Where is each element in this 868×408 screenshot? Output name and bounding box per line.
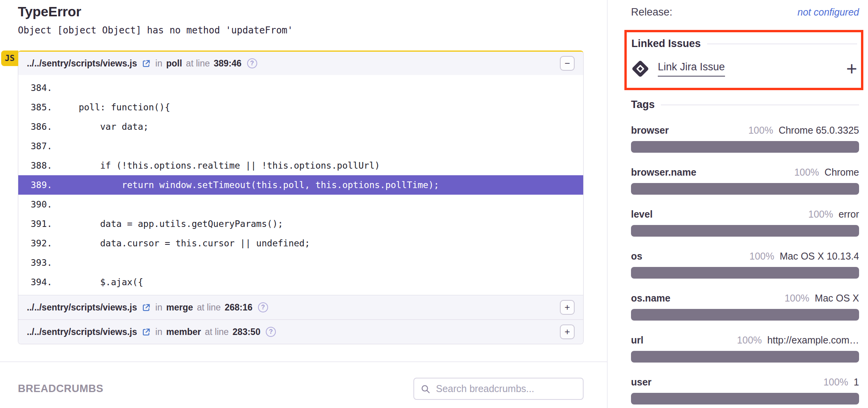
- line-number: 390.: [18, 199, 57, 209]
- code-text: return window.setTimeout(this.poll, this…: [57, 180, 439, 190]
- tag-value: Mac OS X: [815, 293, 859, 304]
- external-link-icon[interactable]: [142, 59, 151, 68]
- code-line: 385. poll: function(){: [18, 98, 583, 117]
- frame-lineno: 389:46: [214, 58, 242, 69]
- line-number: 384.: [18, 83, 57, 93]
- frame-in-label: in: [155, 302, 162, 313]
- help-icon[interactable]: ?: [258, 302, 268, 312]
- code-line: 391. data = app.utils.getQueryParams();: [18, 214, 583, 234]
- tag-percent: 100%: [737, 335, 762, 346]
- tag-row-os: os 100%Mac OS X 10.13.4: [631, 251, 859, 279]
- frame-filename: ../../sentry/scripts/views.js: [27, 58, 137, 69]
- search-input[interactable]: [435, 383, 577, 395]
- tag-value: http://example.com…: [767, 335, 859, 346]
- tag-percent: 100%: [808, 209, 833, 220]
- jira-icon: [631, 60, 649, 78]
- tag-value: error: [838, 209, 859, 220]
- frame-header-poll[interactable]: ../../sentry/scripts/views.js in poll at…: [18, 52, 583, 75]
- breadcrumbs-search[interactable]: [413, 378, 584, 400]
- frame-function: merge: [166, 302, 193, 313]
- frame-in-label: in: [155, 58, 162, 69]
- code-text: data.cursor = this.cursor || undefined;: [57, 238, 310, 248]
- code-line: 387.: [18, 136, 583, 156]
- tag-value: Chrome 65.0.3325: [779, 125, 859, 136]
- line-number: 393.: [18, 258, 57, 268]
- tag-distribution-bar: [631, 351, 859, 363]
- help-icon[interactable]: ?: [247, 58, 257, 68]
- frame-filename: ../../sentry/scripts/views.js: [27, 302, 137, 313]
- frame-header-merge[interactable]: ../../sentry/scripts/views.js in merge a…: [18, 295, 583, 319]
- expand-frame-button[interactable]: +: [560, 324, 575, 339]
- code-line: 388. if (!this.options.realtime || !this…: [18, 156, 583, 175]
- frame-lineno: 283:50: [233, 327, 261, 337]
- tag-key: os.name: [631, 293, 670, 304]
- tag-percent: 100%: [823, 377, 848, 388]
- annotation-highlight-box: Linked Issues Link Jira Issue +: [624, 30, 863, 90]
- tags-title: Tags: [631, 99, 655, 111]
- event-sidebar: Release: not configured Linked Issues Li…: [608, 0, 868, 408]
- search-icon: [420, 384, 431, 394]
- expand-frame-button[interactable]: +: [560, 300, 575, 315]
- frame-in-label: in: [155, 327, 162, 337]
- code-line: 390.: [18, 195, 583, 214]
- frame-filename: ../../sentry/scripts/views.js: [27, 327, 137, 337]
- line-number: 388.: [18, 160, 57, 171]
- tags-section: Tags browser 100%Chrome 65.0.3325 browse…: [631, 99, 859, 405]
- line-number: 387.: [18, 141, 57, 151]
- tag-percent: 100%: [748, 125, 773, 136]
- release-row: Release: not configured: [631, 6, 859, 18]
- frame-atline-label: at line: [197, 302, 221, 313]
- release-label: Release:: [631, 6, 673, 18]
- section-divider: [0, 361, 607, 362]
- code-text: $.ajax({: [57, 277, 143, 287]
- line-number: 385.: [18, 102, 57, 112]
- frame-function: member: [166, 327, 201, 337]
- code-text: if (!this.options.realtime || !this.opti…: [57, 160, 380, 171]
- frame-atline-label: at line: [205, 327, 228, 337]
- tag-key: browser: [631, 125, 669, 136]
- code-line-active: 389. return window.setTimeout(this.poll,…: [18, 175, 583, 195]
- code-text: var data;: [57, 122, 148, 132]
- line-number: 391.: [18, 219, 57, 229]
- tag-key: browser.name: [631, 167, 696, 178]
- line-number: 392.: [18, 238, 57, 248]
- code-line: 392. data.cursor = this.cursor || undefi…: [18, 234, 583, 253]
- tag-distribution-bar: [631, 183, 859, 195]
- frame-header-member[interactable]: ../../sentry/scripts/views.js in member …: [18, 319, 583, 344]
- release-not-configured-link[interactable]: not configured: [798, 7, 859, 18]
- tag-percent: 100%: [749, 251, 774, 262]
- tag-row-browser: browser 100%Chrome 65.0.3325: [631, 125, 859, 153]
- tag-key: url: [631, 335, 643, 346]
- tags-header: Tags: [631, 99, 859, 111]
- platform-js-badge: JS: [1, 51, 18, 66]
- tag-value: 1: [854, 377, 859, 388]
- tag-row-os-name: os.name 100%Mac OS X: [631, 293, 859, 321]
- tag-percent: 100%: [784, 293, 809, 304]
- exception-panel: TypeError Object [object Object] has no …: [0, 0, 607, 408]
- tag-distribution-bar: [631, 141, 859, 153]
- tag-value: Chrome: [824, 167, 859, 178]
- exception-type-title: TypeError: [18, 3, 584, 20]
- linked-issues-header: Linked Issues: [631, 38, 857, 50]
- tag-key: os: [631, 251, 642, 262]
- link-jira-issue-row: Link Jira Issue +: [631, 60, 857, 78]
- tag-distribution-bar: [631, 267, 859, 279]
- code-text: data = app.utils.getQueryParams();: [57, 219, 283, 229]
- help-icon[interactable]: ?: [266, 327, 276, 337]
- external-link-icon[interactable]: [142, 328, 151, 337]
- code-line: 386. var data;: [18, 117, 583, 136]
- tag-row-url: url 100%http://example.com…: [631, 335, 859, 363]
- external-link-icon[interactable]: [142, 303, 151, 312]
- stacktrace-box: JS ../../sentry/scripts/views.js in poll…: [18, 51, 584, 344]
- add-linked-issue-button[interactable]: +: [846, 61, 857, 76]
- link-jira-issue-link[interactable]: Link Jira Issue: [658, 61, 725, 77]
- exception-message: Object [object Object] has no method 'up…: [18, 24, 584, 37]
- code-text: poll: function(){: [57, 102, 170, 112]
- collapse-frame-button[interactable]: −: [560, 56, 575, 71]
- section-rule: [707, 44, 857, 44]
- tag-distribution-bar: [631, 309, 859, 321]
- frame-atline-label: at line: [186, 58, 210, 69]
- section-rule: [661, 105, 859, 105]
- frame-lineno: 268:16: [225, 302, 253, 313]
- tag-key: level: [631, 209, 653, 220]
